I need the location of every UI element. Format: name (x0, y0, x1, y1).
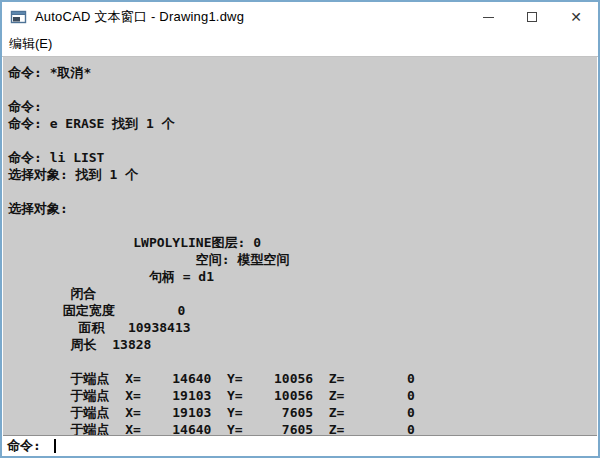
command-prompt-label: 命令: (7, 437, 49, 455)
close-icon: ✕ (570, 10, 582, 24)
title-bar: AutoCAD 文本窗口 - Drawing1.dwg ✕ (2, 2, 598, 32)
minimize-button[interactable] (466, 2, 510, 32)
menu-edit[interactable]: 编辑(E) (2, 32, 59, 56)
menu-bar: 编辑(E) (2, 32, 598, 57)
window-title: AutoCAD 文本窗口 - Drawing1.dwg (35, 8, 244, 26)
text-window-icon[interactable] (10, 9, 27, 25)
autocad-text-window: AutoCAD 文本窗口 - Drawing1.dwg ✕ 编辑(E) 命令: … (0, 0, 600, 458)
window-controls: ✕ (466, 2, 598, 32)
terminal-output[interactable]: 命令: *取消* 命令: 命令: e ERASE 找到 1 个 命令: li L… (3, 57, 597, 435)
maximize-button[interactable] (510, 2, 554, 32)
minimize-icon (483, 17, 494, 18)
text-cursor (54, 439, 56, 453)
command-input-line[interactable]: 命令: (3, 435, 597, 455)
maximize-icon (527, 12, 537, 22)
close-button[interactable]: ✕ (554, 2, 598, 32)
